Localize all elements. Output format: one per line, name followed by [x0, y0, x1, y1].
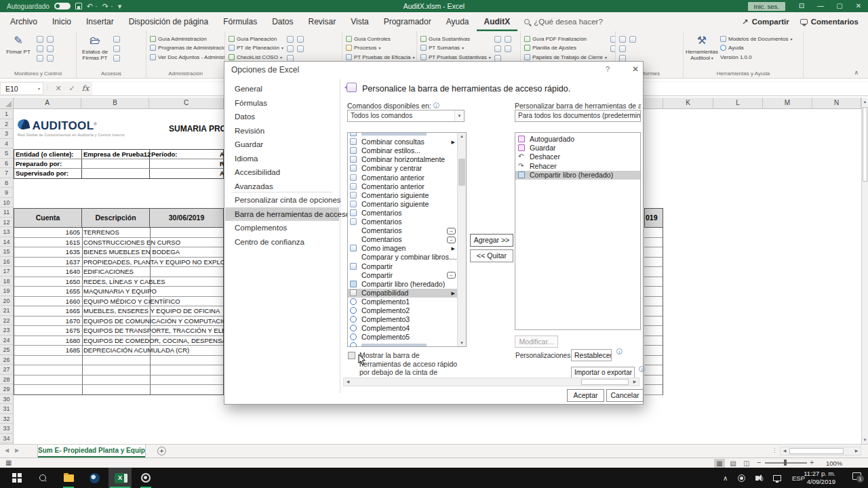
row-header-20[interactable]: 20 [0, 296, 13, 306]
column-header-k[interactable]: K [663, 98, 713, 108]
ribbon-button-checklist-coso[interactable]: CheckList COSO▾ [229, 54, 283, 60]
row-header-6[interactable]: 6 [0, 159, 13, 169]
column-header-b[interactable]: B [81, 98, 149, 108]
command-item-clipped[interactable] [348, 342, 457, 347]
scroll-thumb[interactable] [458, 159, 465, 186]
insert-function-icon[interactable]: fx [79, 81, 92, 96]
dialog-help-icon[interactable]: ? [606, 65, 610, 73]
comments-button[interactable]: Comentarios [800, 18, 859, 26]
command-item-combinar-y-centrar[interactable]: Combinar y centrar [348, 164, 457, 173]
row-header-30[interactable]: 30 [0, 394, 13, 405]
macro-record-icon[interactable]: ▦ [5, 459, 12, 466]
commands-filter-dropdown[interactable]: Todos los comandos ▼ [347, 110, 465, 122]
command-item-comentarios[interactable]: Comentarios– [348, 226, 457, 235]
row-header-5[interactable]: 5 [0, 148, 13, 159]
row-header-8[interactable]: 8 [0, 178, 13, 188]
ribbon-button-estatus-de-firmas-pt[interactable]: 🗁Estatus de Firmas PT [80, 33, 110, 67]
gear-icon[interactable] [37, 45, 43, 52]
file-explorer-button[interactable] [57, 468, 80, 488]
page-up-icon[interactable] [619, 45, 626, 52]
table-row[interactable]: 1650REDES, LÍNEAS Y CABLES [14, 277, 223, 287]
command-item-combinar-estilos[interactable]: Combinar estilos... [348, 146, 457, 155]
new-sheet-icon[interactable]: + [157, 447, 166, 455]
brush-icon[interactable] [505, 45, 511, 52]
row-header-26[interactable]: 26 [0, 355, 13, 365]
star-icon[interactable] [619, 36, 626, 43]
table-row[interactable]: 1605TERRENOS [14, 228, 223, 238]
row-header-31[interactable]: 31 [0, 404, 13, 414]
share-button[interactable]: ↗Compartir [742, 17, 789, 26]
ribbon-button-firmar-pt[interactable]: ✎Firmar PT [3, 33, 33, 67]
ribbon-button-pt-sumarias[interactable]: PT Sumarias▾ [420, 45, 491, 52]
command-item-comentario-siguiente[interactable]: Comentario siguiente [348, 191, 457, 200]
row-header-21[interactable]: 21 [0, 306, 13, 316]
row-header-4[interactable]: 4 [0, 139, 13, 149]
dialog-close-icon[interactable]: ✕ [629, 64, 642, 74]
tell-me-search[interactable]: ¿Qué desea hacer? [524, 18, 603, 26]
row-header-1[interactable]: 1 [0, 109, 13, 119]
clock-icon[interactable] [37, 55, 43, 62]
table-row[interactable]: 1615CONSTRUCCIONES EN CURSO [14, 238, 223, 248]
table-row[interactable]: 1670EQUIPOS DE COMUNICACIÓN Y COMPUTACIÓ… [14, 317, 223, 327]
pdf2-icon[interactable] [113, 55, 120, 62]
commands-listbox[interactable]: Combinar consultas▶Combinar estilos...Co… [347, 132, 467, 347]
command-item-como-imagen[interactable]: Como imagen▶ [348, 244, 457, 253]
ribbon-button-version-1-0-0[interactable]: Versión 1.0.0 [720, 54, 793, 60]
qat-item-guardar[interactable]: Guardar [515, 144, 640, 152]
tab-disposicion-de-pagina[interactable]: Disposición de página [121, 13, 216, 31]
dialog-nav-accesibilidad[interactable]: Accesibilidad [225, 165, 339, 180]
row-header-11[interactable]: 11 [0, 207, 13, 218]
column-header-n[interactable]: N [812, 98, 861, 108]
tray-expand-icon[interactable]: ∧ [723, 468, 728, 488]
tab-archivo[interactable]: Archivo [3, 13, 45, 31]
tab-splitter-handle[interactable]: ⋮ [772, 447, 777, 453]
scroll-down-icon[interactable]: ▼ [862, 438, 868, 442]
sheet-edit-icon[interactable] [47, 45, 54, 52]
restore-button[interactable]: ▢ [830, 0, 849, 12]
row-header-33[interactable]: 33 [0, 424, 13, 434]
horizontal-scroll-thumb[interactable] [581, 379, 629, 385]
ribbon-button-guia-administracion[interactable]: Guía Administración [150, 35, 225, 42]
column-header-m[interactable]: M [763, 98, 812, 108]
brush-icon[interactable] [629, 36, 636, 43]
ribbon-button-guia-controles[interactable]: Guía Controles [346, 35, 414, 42]
tab-inicio[interactable]: Inicio [45, 13, 79, 31]
row-header-3[interactable]: 3 [0, 129, 13, 139]
ribbon-button-ayuda[interactable]: Ayuda [720, 45, 793, 52]
import-icon[interactable] [494, 36, 501, 43]
tab-datos[interactable]: Datos [264, 13, 300, 31]
row-header-12[interactable]: 12 [0, 218, 13, 228]
table-row[interactable]: 1660EQUIPO MÉDICO Y CIENTÍFICO [14, 297, 223, 307]
chart-icon[interactable] [47, 55, 54, 62]
tab-ayuda[interactable]: Ayuda [439, 13, 477, 31]
table-row-empty[interactable] [14, 375, 223, 386]
undo2-icon[interactable] [610, 45, 616, 52]
excel-taskbar-button[interactable]: X [108, 468, 132, 488]
qat-scope-dropdown[interactable]: Para todos los documentos (predeterminad… [515, 110, 641, 122]
command-item-complemento5[interactable]: Complemento5 [348, 333, 457, 342]
command-item-comentarios[interactable]: Comentarios [348, 218, 457, 226]
modify-button[interactable]: Modificar... [515, 336, 558, 348]
zoom-out-icon[interactable]: − [757, 458, 761, 466]
table-row[interactable]: 1640EDIFICACIONES [14, 267, 223, 277]
row-header-25[interactable]: 25 [0, 345, 13, 355]
scroll-right-icon[interactable]: ▶ [631, 378, 639, 386]
row-header-24[interactable]: 24 [0, 336, 13, 346]
row-header-34[interactable]: 34 [0, 434, 13, 444]
add-command-button[interactable]: Agregar >> [470, 234, 513, 247]
dialog-nav-guardar[interactable]: Guardar [225, 138, 339, 152]
page-break-view-icon[interactable]: ◫ [741, 459, 752, 468]
table-row[interactable]: 1655MAQUINARIA Y EQUIPO [14, 287, 223, 297]
command-item-complemento3[interactable]: Complemento3 [348, 315, 457, 324]
dialog-horizontal-scrollbar[interactable]: ◀ ▶ [343, 378, 639, 386]
scroll-left-icon[interactable]: ◀ [344, 378, 352, 386]
name-box[interactable]: E10 ▾ [0, 82, 43, 95]
ribbon-button-planilla-de-ajustes[interactable]: Planilla de Ajustes [524, 45, 607, 52]
ribbon-button-pt-pruebas-sustantivas[interactable]: PT Pruebas Sustantivas▾ [420, 54, 491, 60]
table-row-empty[interactable] [14, 365, 223, 375]
start-button[interactable] [5, 468, 28, 488]
obs-button[interactable] [134, 468, 157, 488]
column-header-a[interactable]: A [14, 98, 81, 108]
door-exit-icon[interactable] [113, 36, 120, 43]
commands-list-scrollbar[interactable]: ▲ ▼ [457, 133, 466, 346]
